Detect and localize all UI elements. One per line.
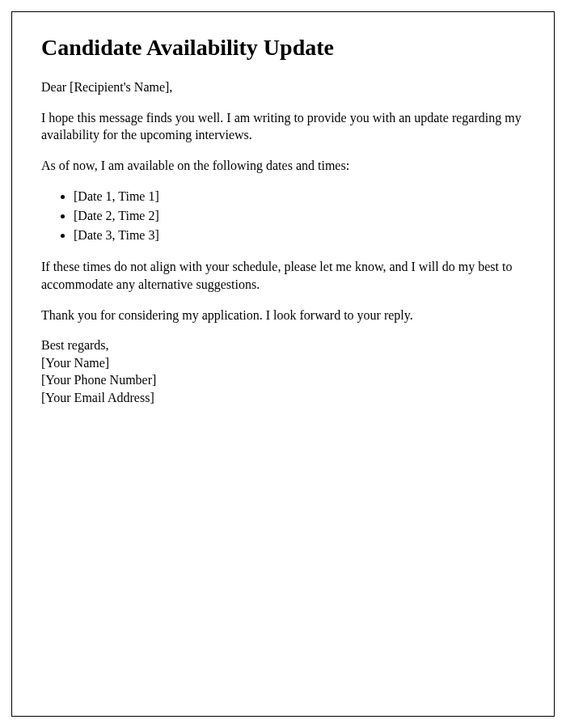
signature-phone: [Your Phone Number] [41,371,525,389]
list-item: [Date 2, Time 2] [74,206,525,226]
availability-intro: As of now, I am available on the followi… [41,157,525,175]
signature-closing: Best regards, [41,336,525,354]
document-title: Candidate Availability Update [41,35,525,61]
signature-block: Best regards, [Your Name] [Your Phone Nu… [41,336,525,406]
greeting: Dear [Recipient's Name], [41,78,525,96]
document-page: Candidate Availability Update Dear [Reci… [11,11,555,717]
intro-paragraph: I hope this message finds you well. I am… [41,109,525,144]
alternative-paragraph: If these times do not align with your sc… [41,258,525,293]
thank-you-paragraph: Thank you for considering my application… [41,307,525,324]
list-item: [Date 1, Time 1] [74,187,525,206]
list-item: [Date 3, Time 3] [74,226,525,245]
availability-list: [Date 1, Time 1] [Date 2, Time 2] [Date … [74,187,525,245]
signature-email: [Your Email Address] [41,389,525,407]
signature-name: [Your Name] [41,354,525,372]
